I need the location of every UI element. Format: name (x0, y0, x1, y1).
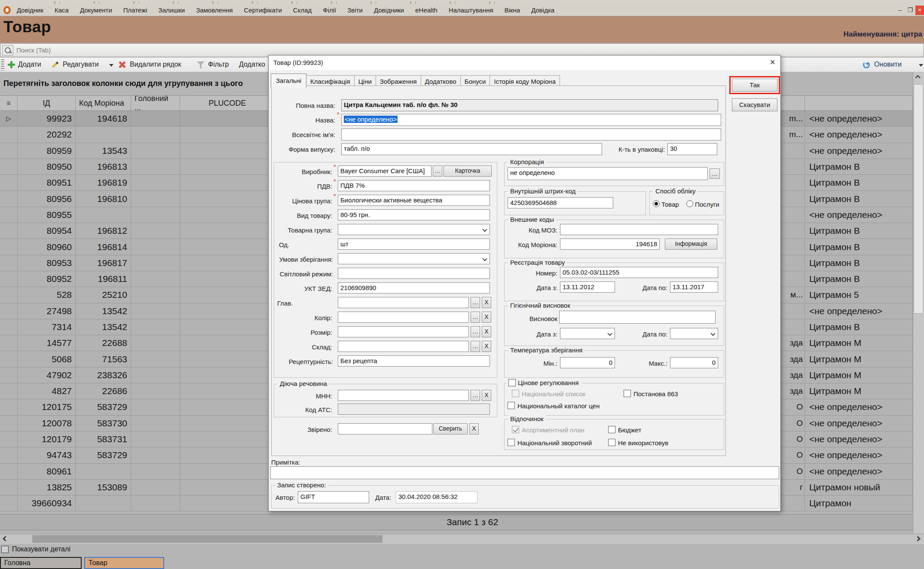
menu-platezhi[interactable]: Платежі (123, 6, 147, 14)
author-field[interactable]: GIFT (298, 491, 369, 503)
light-mode-field[interactable] (338, 268, 490, 279)
glav-picker-button[interactable]: … (471, 297, 480, 308)
price-regulation-checkbox[interactable] (508, 379, 516, 386)
reg-number-field[interactable]: 05.03.02-03/111255 (560, 267, 718, 278)
mnn-picker-button[interactable]: … (471, 390, 480, 401)
prescription-select[interactable]: Без рецепта (338, 355, 490, 367)
resolution-863-checkbox[interactable] (624, 390, 631, 397)
color-field[interactable] (338, 312, 469, 323)
menu-sklad[interactable]: Склад (293, 6, 312, 14)
menu-sertyfikaty[interactable]: Сертифікати (244, 6, 282, 14)
show-details-checkbox[interactable] (1, 546, 9, 553)
national-list-checkbox[interactable] (512, 390, 519, 397)
warehouse-clear-button[interactable]: X (482, 341, 491, 352)
glav-field[interactable] (338, 297, 469, 308)
menu-zamovlennya[interactable]: Замовлення (196, 6, 233, 14)
producer-card-button[interactable]: Карточка (444, 165, 492, 177)
toolbar-overflow-icon[interactable] (919, 64, 923, 67)
size-picker-button[interactable]: … (471, 326, 480, 337)
barcode-field[interactable]: 4250369504688 (508, 197, 613, 208)
vertical-scroll-thumb[interactable] (914, 84, 923, 314)
footer-tab-goods[interactable]: Товар (84, 557, 164, 569)
world-name-field[interactable] (341, 128, 721, 141)
hyg-date-from-select[interactable] (560, 328, 615, 339)
restore-button[interactable]: ❐ (905, 6, 915, 15)
edit-button[interactable]: Редагувати (63, 61, 99, 68)
note-field[interactable] (270, 466, 779, 479)
menu-dovidnyky[interactable]: Довідники (374, 6, 404, 14)
mnn-field[interactable] (338, 390, 469, 401)
verify-button[interactable]: Сверить (433, 423, 468, 434)
product-group-select[interactable] (338, 224, 490, 235)
hyg-date-to-select[interactable] (670, 328, 718, 339)
release-form-field[interactable]: табл. п/о (341, 143, 602, 155)
delete-row-button[interactable]: Видалити рядок (130, 61, 181, 68)
conclusion-field[interactable] (559, 311, 716, 324)
national-catalog-checkbox[interactable] (508, 402, 515, 409)
budget-checkbox[interactable] (608, 426, 615, 433)
tab-zagalni[interactable]: Загальні (271, 73, 306, 88)
minimize-button[interactable]: – (895, 6, 905, 15)
close-button[interactable]: × (915, 6, 924, 15)
column-header-morion-code[interactable]: Код Моріона (76, 96, 131, 110)
national-return-checkbox[interactable] (508, 439, 515, 446)
menu-zalyshky[interactable]: Залишки (159, 6, 185, 14)
column-header-id[interactable]: ІД (18, 96, 76, 110)
warehouse-field[interactable] (338, 341, 469, 352)
size-field[interactable] (338, 326, 469, 337)
reg-date-to-select[interactable]: 13.11.2017 (670, 281, 718, 293)
unit-select[interactable]: шт (338, 239, 490, 250)
menu-vikna[interactable]: Вікна (505, 6, 520, 14)
edit-dropdown-icon[interactable] (109, 64, 113, 67)
column-header-name[interactable] (805, 96, 913, 110)
ok-button[interactable]: Так (732, 79, 777, 92)
dialog-title-bar[interactable]: Товар (ID:99923) × (269, 55, 780, 70)
assortment-plan-checkbox[interactable] (512, 426, 519, 433)
pack-qty-field[interactable]: 30 (667, 143, 717, 155)
corporation-picker-button[interactable]: … (710, 168, 720, 179)
corporation-field[interactable]: не определено (508, 167, 708, 180)
producer-field[interactable]: Bayer Consumer Care [США] (338, 165, 431, 177)
warehouse-picker-button[interactable]: … (471, 341, 480, 352)
full-name-field[interactable]: Цитра Кальцемин таб. п/о фл. № 30 (341, 99, 718, 111)
producer-picker-button[interactable]: … (433, 165, 442, 177)
horizontal-scroll-thumb[interactable] (32, 535, 382, 543)
moz-code-field[interactable] (560, 224, 718, 235)
checked-field[interactable] (338, 423, 432, 434)
menu-filii[interactable]: Філії (323, 6, 336, 14)
column-header-golovny[interactable]: Головний ... (131, 96, 180, 110)
morion-code-field[interactable]: 194618 (560, 239, 660, 250)
not-used-checkbox[interactable] (608, 439, 615, 446)
more-button[interactable]: Додатко (239, 61, 265, 68)
price-group-select[interactable]: Биологически активные вещества (338, 195, 490, 206)
toolbar-grip[interactable] (1, 59, 4, 70)
column-header-plucode[interactable]: PLUCODE (180, 96, 275, 110)
product-kind-select[interactable]: 80-95 грн. (338, 209, 490, 220)
menu-dokumenty[interactable]: Документи (80, 6, 112, 14)
vat-select[interactable]: ПДВ 7% (338, 180, 490, 191)
mnn-clear-button[interactable]: X (482, 390, 491, 401)
radio-goods[interactable] (653, 200, 660, 207)
ukt-zed-field[interactable]: 2106909890 (338, 282, 490, 294)
glav-clear-button[interactable]: X (482, 297, 491, 308)
menu-dovidka[interactable]: Довідка (531, 6, 554, 14)
reg-date-from-select[interactable]: 13.11.2012 (560, 281, 615, 293)
storage-conditions-select[interactable] (338, 253, 490, 264)
refresh-button[interactable]: Оновити (874, 61, 902, 68)
footer-tab-home[interactable]: Головна (0, 557, 82, 569)
info-button[interactable]: Інформація (665, 239, 717, 250)
menu-ehealth[interactable]: eHealth (415, 6, 438, 14)
menu-dovidnyk[interactable]: Довідник (17, 6, 43, 14)
size-clear-button[interactable]: X (482, 326, 491, 337)
selector-header[interactable]: ≣ (0, 96, 18, 110)
name-field[interactable]: <не определено> (341, 114, 721, 126)
menu-kasa[interactable]: Каса (55, 6, 69, 14)
dialog-close-icon[interactable]: × (770, 57, 775, 68)
cancel-button[interactable]: Скасувати (732, 98, 777, 111)
add-button[interactable]: Додати (18, 61, 41, 68)
temp-min-field[interactable]: 0 (560, 357, 615, 368)
checked-clear-button[interactable]: X (469, 423, 479, 434)
radio-services[interactable] (686, 200, 693, 207)
menu-zvity[interactable]: Звіти (347, 6, 363, 14)
filter-button[interactable]: Фільтр (208, 61, 229, 68)
